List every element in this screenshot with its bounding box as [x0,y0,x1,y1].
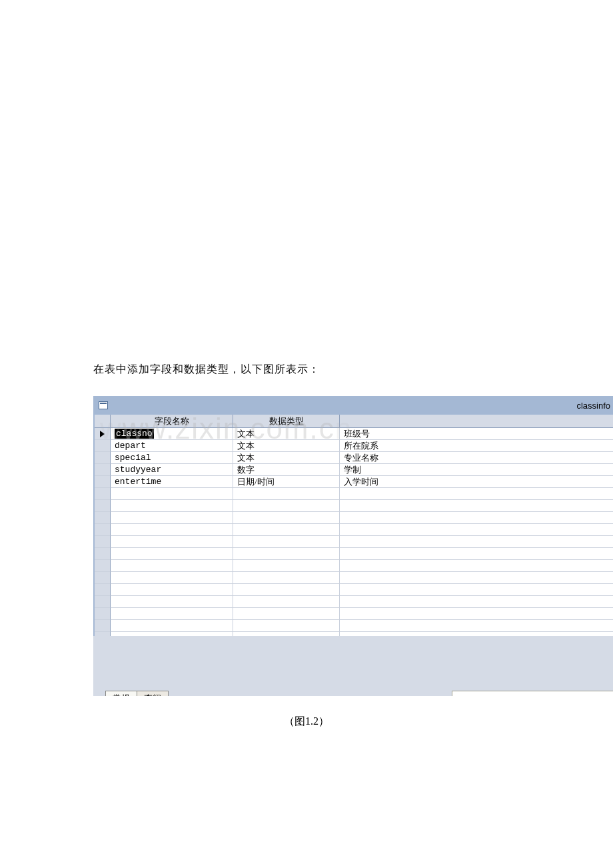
cell-description[interactable]: 专业名称 [340,452,613,464]
row-selector[interactable] [95,488,111,500]
table-row[interactable]: classno文本班级号 [95,428,613,440]
cell-description[interactable]: 入学时间 [340,476,613,488]
cell-description[interactable] [340,572,613,584]
cell-description[interactable] [340,596,613,608]
cell-description[interactable] [340,536,613,548]
cell-field-name[interactable] [111,596,233,608]
row-selector[interactable] [95,572,111,584]
cell-description[interactable]: 所在院系 [340,440,613,452]
table-row[interactable] [95,524,613,536]
cell-field-name[interactable]: special [111,452,233,464]
cell-field-name[interactable] [111,584,233,596]
table-row[interactable] [95,584,613,596]
row-selector[interactable] [95,464,111,476]
table-row[interactable] [95,596,613,608]
cell-data-type[interactable]: 数字 [233,464,340,476]
cell-data-type[interactable] [233,596,340,608]
table-row[interactable]: entertime日期/时间入学时间 [95,476,613,488]
table-row[interactable]: studyyear数字学制 [95,464,613,476]
cell-field-name[interactable] [111,608,233,620]
cell-field-name[interactable] [111,500,233,512]
table-row[interactable] [95,536,613,548]
table-row[interactable] [95,572,613,584]
window-titlebar: classinfo [93,396,613,415]
field-design-grid: 字段名称 数据类型 classno文本班级号depart文本所在院系specia… [93,415,613,644]
cell-description[interactable] [340,524,613,536]
row-selector[interactable] [95,428,111,440]
cell-data-type[interactable] [233,512,340,524]
cell-description[interactable] [340,500,613,512]
row-selector[interactable] [95,596,111,608]
header-data-type[interactable]: 数据类型 [233,415,340,428]
cell-field-name[interactable] [111,560,233,572]
cell-field-name[interactable]: entertime [111,476,233,488]
row-selector[interactable] [95,440,111,452]
intro-text: 在表中添加字段和数据类型，以下图所表示： [93,363,320,377]
cell-description[interactable] [340,620,613,632]
cell-field-name[interactable] [111,524,233,536]
table-row[interactable] [95,560,613,572]
cell-data-type[interactable] [233,560,340,572]
row-selector[interactable] [95,524,111,536]
table-designer-window: classinfo 字段名称 数据类型 classno文本班级号depart文本… [93,396,613,696]
row-selector[interactable] [95,452,111,464]
cell-description[interactable] [340,512,613,524]
cell-field-name[interactable] [111,620,233,632]
table-row[interactable] [95,512,613,524]
property-help-panel [452,691,613,696]
cell-field-name[interactable] [111,572,233,584]
cell-data-type[interactable]: 日期/时间 [233,476,340,488]
tab-general[interactable]: 常规 [105,691,137,696]
row-selector[interactable] [95,584,111,596]
tab-lookup[interactable]: 查阅 [137,691,169,696]
cell-data-type[interactable]: 文本 [233,440,340,452]
cell-data-type[interactable] [233,524,340,536]
cell-field-name[interactable] [111,536,233,548]
row-selector[interactable] [95,620,111,632]
table-row[interactable] [95,488,613,500]
table-row[interactable] [95,620,613,632]
cell-data-type[interactable] [233,536,340,548]
header-field-name[interactable]: 字段名称 [111,415,233,428]
cell-data-type[interactable] [233,620,340,632]
row-selector[interactable] [95,608,111,620]
window-title: classinfo [576,401,610,411]
cell-data-type[interactable] [233,584,340,596]
cell-description[interactable] [340,608,613,620]
cell-description[interactable]: 学制 [340,464,613,476]
cell-description[interactable]: 班级号 [340,428,613,440]
row-selector[interactable] [95,476,111,488]
cell-field-name[interactable] [111,512,233,524]
cell-data-type[interactable] [233,488,340,500]
table-row[interactable]: special文本专业名称 [95,452,613,464]
header-description[interactable] [340,415,613,428]
row-selector[interactable] [95,548,111,560]
row-selector[interactable] [95,500,111,512]
cell-data-type[interactable] [233,608,340,620]
cell-field-name[interactable] [111,488,233,500]
cell-description[interactable] [340,488,613,500]
table-row[interactable]: depart文本所在院系 [95,440,613,452]
cell-field-name[interactable]: classno [111,428,233,440]
cell-field-name[interactable]: studyyear [111,464,233,476]
cell-data-type[interactable] [233,548,340,560]
row-selector[interactable] [95,560,111,572]
cell-data-type[interactable]: 文本 [233,452,340,464]
cell-data-type[interactable]: 文本 [233,428,340,440]
field-properties-pane: 常规 查阅 [93,644,613,696]
cell-description[interactable] [340,560,613,572]
row-selector[interactable] [95,512,111,524]
cell-field-name[interactable]: depart [111,440,233,452]
cell-field-name[interactable] [111,548,233,560]
table-row[interactable] [95,500,613,512]
current-row-indicator-icon [100,431,105,437]
field-name-value[interactable]: classno [115,429,154,439]
table-row[interactable] [95,608,613,620]
cell-description[interactable] [340,584,613,596]
cell-data-type[interactable] [233,500,340,512]
row-selector[interactable] [95,536,111,548]
cell-description[interactable] [340,548,613,560]
table-row[interactable] [95,548,613,560]
cell-data-type[interactable] [233,572,340,584]
window-icon [99,401,108,409]
